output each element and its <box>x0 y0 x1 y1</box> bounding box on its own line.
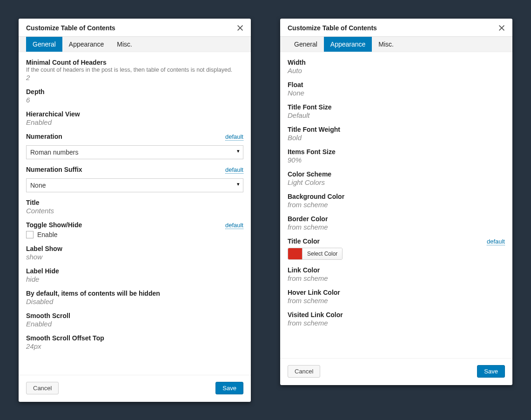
modal-appearance: Customize Table of Contents General Appe… <box>280 19 512 385</box>
field-value: from scheme <box>288 274 505 282</box>
field-title-font-weight: Title Font Weight Bold <box>288 126 505 142</box>
field-value: from scheme <box>288 319 505 327</box>
field-border-color: Border Color from scheme <box>288 215 505 231</box>
field-label: Items Font Size <box>288 148 505 156</box>
field-label: Background Color <box>288 193 505 200</box>
color-swatch <box>288 248 302 259</box>
field-smooth-scroll-offset: Smooth Scroll Offset Top 24px <box>26 334 243 350</box>
default-link[interactable]: default <box>487 238 505 245</box>
modal-title: Customize Table of Contents <box>26 24 115 32</box>
field-value: Contents <box>26 207 243 215</box>
field-value: from scheme <box>288 223 505 231</box>
close-button[interactable] <box>237 25 243 31</box>
field-hover-link-color: Hover Link Color from scheme <box>288 289 505 305</box>
field-value: 6 <box>26 96 243 104</box>
field-link-color: Link Color from scheme <box>288 266 505 282</box>
modal-title: Customize Table of Contents <box>288 24 377 32</box>
color-picker-button[interactable]: Select Color <box>288 248 343 260</box>
field-title: Title Contents <box>26 199 243 215</box>
field-value: Auto <box>288 67 505 75</box>
tab-appearance[interactable]: Appearance <box>324 37 372 52</box>
field-visited-link-color: Visited Link Color from scheme <box>288 311 505 327</box>
close-button[interactable] <box>499 25 505 31</box>
field-label: Float <box>288 81 505 88</box>
modal-footer: Cancel Save <box>280 358 512 385</box>
field-smooth-scroll: Smooth Scroll Enabled <box>26 312 243 328</box>
modal-header: Customize Table of Contents <box>19 19 251 37</box>
tab-misc[interactable]: Misc. <box>372 37 400 52</box>
field-label: Label Show <box>26 245 243 252</box>
save-button[interactable]: Save <box>477 365 505 378</box>
field-float: Float None <box>288 81 505 97</box>
save-button[interactable]: Save <box>215 382 243 394</box>
field-width: Width Auto <box>288 59 505 75</box>
field-label: Label Hide <box>26 267 243 275</box>
field-hidden-default: By default, items of contents will be hi… <box>26 290 243 305</box>
field-numeration-suffix: Numeration Suffix default None <box>26 166 243 192</box>
field-value: show <box>26 253 243 261</box>
field-sub: If the count of headers in the post is l… <box>26 67 243 73</box>
tab-general[interactable]: General <box>26 37 62 52</box>
field-label: Numeration <box>26 133 62 140</box>
field-label: Link Color <box>288 266 505 274</box>
field-label: Smooth Scroll <box>26 312 243 319</box>
field-label: Title <box>26 199 243 206</box>
tab-misc[interactable]: Misc. <box>110 37 139 52</box>
field-hierarchical-view: Hierarchical View Enabled <box>26 110 243 126</box>
field-label: Minimal Count of Headers <box>26 59 243 66</box>
field-value: from scheme <box>288 201 505 209</box>
field-value: 2 <box>26 74 243 81</box>
modal-body: Minimal Count of Headers If the count of… <box>19 52 251 375</box>
default-link[interactable]: default <box>225 222 243 229</box>
field-label: By default, items of contents will be hi… <box>26 290 243 297</box>
field-label: Hierarchical View <box>26 110 243 118</box>
toggle-enable-label: Enable <box>37 231 58 238</box>
field-numeration: Numeration default Roman numbers <box>26 133 243 159</box>
field-title-font-size: Title Font Size Default <box>288 103 505 119</box>
modal-body: Width Auto Float None Title Font Size De… <box>280 52 512 358</box>
field-label: Width <box>288 59 505 66</box>
field-value: None <box>288 89 505 97</box>
field-background-color: Background Color from scheme <box>288 193 505 209</box>
cancel-button[interactable]: Cancel <box>288 365 320 378</box>
modal-general: Customize Table of Contents General Appe… <box>19 19 251 402</box>
tab-general[interactable]: General <box>288 37 324 52</box>
field-value: Enabled <box>26 118 243 126</box>
cancel-button[interactable]: Cancel <box>26 382 59 394</box>
toggle-enable-checkbox[interactable] <box>26 231 34 238</box>
modal-footer: Cancel Save <box>19 375 251 402</box>
field-label: Color Scheme <box>288 170 505 178</box>
field-label: Numeration Suffix <box>26 166 82 173</box>
tab-appearance[interactable]: Appearance <box>62 37 111 52</box>
field-value: 90% <box>288 156 505 164</box>
field-label: Depth <box>26 88 243 95</box>
close-icon <box>499 25 505 31</box>
field-label-show: Label Show show <box>26 245 243 261</box>
field-label: Title Font Size <box>288 103 505 111</box>
field-value: Bold <box>288 134 505 142</box>
field-value: Disabled <box>26 298 243 305</box>
close-icon <box>237 25 243 31</box>
field-color-scheme: Color Scheme Light Colors <box>288 170 505 186</box>
numeration-suffix-select[interactable]: None <box>26 178 243 192</box>
field-label: Border Color <box>288 215 505 223</box>
field-label: Hover Link Color <box>288 289 505 296</box>
field-label: Visited Link Color <box>288 311 505 318</box>
default-link[interactable]: default <box>225 133 243 141</box>
field-value: hide <box>26 275 243 283</box>
field-label: Smooth Scroll Offset Top <box>26 334 243 342</box>
modal-header: Customize Table of Contents <box>280 19 512 37</box>
field-label: Title Font Weight <box>288 126 505 133</box>
numeration-select[interactable]: Roman numbers <box>26 145 243 159</box>
field-toggle-show-hide: Toggle Show/Hide default Enable <box>26 221 243 238</box>
field-value: Enabled <box>26 320 243 328</box>
tabs: General Appearance Misc. <box>19 37 251 52</box>
default-link[interactable]: default <box>225 166 243 174</box>
field-min-headers: Minimal Count of Headers If the count of… <box>26 59 243 81</box>
tabs: General Appearance Misc. <box>280 37 512 52</box>
select-color-label[interactable]: Select Color <box>302 248 342 259</box>
field-value: Default <box>288 111 505 119</box>
field-label: Toggle Show/Hide <box>26 221 82 229</box>
field-title-color: Title Color default Select Color <box>288 237 505 260</box>
field-value: from scheme <box>288 297 505 305</box>
